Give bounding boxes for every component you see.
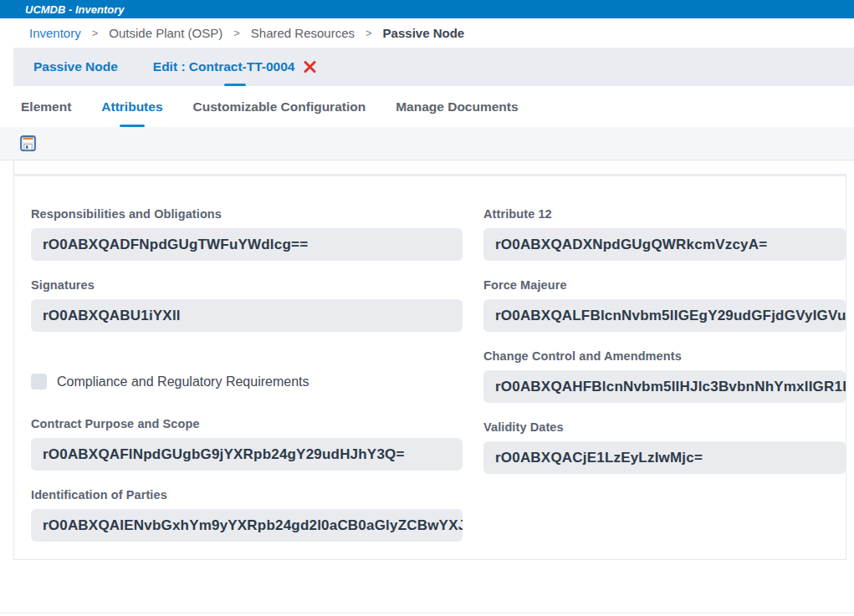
- breadcrumb-item-outside-plant[interactable]: Outside Plant (OSP): [109, 26, 222, 40]
- tab-manage-documents[interactable]: Manage Documents: [396, 86, 518, 127]
- input-contract-purpose-and-scope[interactable]: rO0ABXQAFlNpdGUgbG9jYXRpb24gY29udHJhY3Q=: [31, 438, 463, 471]
- field-label: Validity Dates: [483, 420, 846, 434]
- save-button[interactable]: [19, 135, 36, 152]
- form-right-column: Attribute 12 rO0ABXQADXNpdGUgQWRkcmVzcyA…: [483, 207, 846, 559]
- field-validity-dates: Validity Dates rO0ABXQACjE1LzEyLzIwMjc=: [483, 420, 846, 474]
- breadcrumb-separator: >: [233, 27, 240, 39]
- input-change-control-and-amendments[interactable]: rO0ABXQAHFBlcnNvbm5lIHJlc3BvbnNhYmxlIGR1…: [483, 370, 846, 403]
- tab-label: Element: [21, 99, 71, 115]
- breadcrumb: Inventory > Outside Plant (OSP) > Shared…: [0, 18, 854, 48]
- document-tab-bar: Passive Node Edit : Contract-TT-0004: [13, 48, 854, 86]
- input-identification-of-parties[interactable]: rO0ABXQAIENvbGxhYm9yYXRpb24gd2l0aCB0aGly…: [31, 509, 463, 542]
- breadcrumb-separator: >: [366, 27, 372, 39]
- field-responsibilities-and-obligations: Responsibilities and Obligations rO0ABXQ…: [31, 207, 463, 261]
- breadcrumb-item-shared-resources[interactable]: Shared Resources: [251, 26, 355, 40]
- breadcrumb-separator: >: [92, 27, 99, 39]
- doc-tab-edit-contract[interactable]: Edit : Contract-TT-0004: [153, 48, 318, 86]
- tab-attributes[interactable]: Attributes: [101, 86, 162, 127]
- section-tab-bar: Element Attributes Customizable Configur…: [0, 86, 854, 127]
- field-compliance-checkbox[interactable]: Compliance and Regulatory Requirements: [31, 374, 463, 389]
- tab-element[interactable]: Element: [21, 86, 71, 127]
- field-label: Signatures: [31, 278, 463, 292]
- field-contract-purpose-and-scope: Contract Purpose and Scope rO0ABXQAFlNpd…: [31, 417, 463, 471]
- field-attribute-12: Attribute 12 rO0ABXQADXNpdGUgQWRkcmVzcyA…: [483, 207, 846, 261]
- breadcrumb-item-passive-node: Passive Node: [383, 26, 465, 40]
- input-force-majeure[interactable]: rO0ABXQALFBlcnNvbm5lIGEgY29udGFjdGVyIGVu…: [483, 299, 846, 332]
- field-label: Contract Purpose and Scope: [31, 417, 463, 430]
- field-label: Force Majeure: [483, 278, 846, 292]
- tab-customizable-configuration[interactable]: Customizable Configuration: [193, 86, 366, 127]
- doc-tab-label: Passive Node: [33, 59, 118, 74]
- close-tab-icon[interactable]: [303, 60, 317, 74]
- field-label: Identification of Parties: [31, 488, 463, 501]
- tab-label: Customizable Configuration: [193, 99, 366, 115]
- app-titlebar: UCMDB - Inventory: [0, 0, 854, 18]
- attributes-card: Responsibilities and Obligations rO0ABXQ…: [13, 174, 846, 560]
- input-attribute-12[interactable]: rO0ABXQADXNpdGUgQWRkcmVzcyA=: [483, 228, 846, 261]
- breadcrumb-item-inventory[interactable]: Inventory: [29, 26, 81, 40]
- field-force-majeure: Force Majeure rO0ABXQALFBlcnNvbm5lIGEgY2…: [483, 278, 846, 332]
- save-icon: [20, 135, 36, 151]
- input-responsibilities-and-obligations[interactable]: rO0ABXQADFNpdGUgTWFuYWdlcg==: [31, 228, 463, 261]
- tab-label: Manage Documents: [396, 99, 518, 115]
- doc-tab-passive-node[interactable]: Passive Node: [33, 48, 118, 86]
- field-change-control-and-amendments: Change Control and Amendments rO0ABXQAHF…: [483, 349, 846, 403]
- field-identification-of-parties: Identification of Parties rO0ABXQAIENvbG…: [31, 488, 463, 542]
- form-left-column: Responsibilities and Obligations rO0ABXQ…: [31, 207, 463, 559]
- panel-gap: [0, 160, 854, 174]
- input-signatures[interactable]: rO0ABXQABU1iYXll: [31, 299, 463, 332]
- field-label: Responsibilities and Obligations: [31, 207, 463, 221]
- checkbox-compliance[interactable]: [31, 374, 47, 389]
- toolbar: [0, 127, 854, 160]
- field-label: Change Control and Amendments: [483, 349, 846, 363]
- attributes-form: Responsibilities and Obligations rO0ABXQ…: [14, 176, 846, 559]
- input-validity-dates[interactable]: rO0ABXQACjE1LzEyLzIwMjc=: [483, 441, 846, 474]
- doc-tab-label: Edit : Contract-TT-0004: [153, 59, 295, 74]
- bottom-divider: [0, 613, 854, 613]
- tab-label: Attributes: [101, 99, 162, 115]
- field-label: Attribute 12: [483, 207, 846, 221]
- checkbox-label: Compliance and Regulatory Requirements: [57, 374, 309, 389]
- app-title: UCMDB - Inventory: [25, 3, 124, 16]
- field-signatures: Signatures rO0ABXQABU1iYXll: [31, 278, 463, 332]
